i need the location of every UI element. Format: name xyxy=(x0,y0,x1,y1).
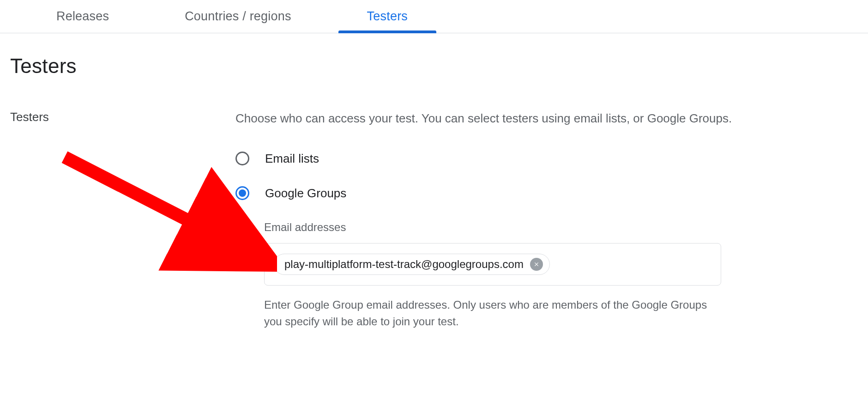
close-icon xyxy=(533,261,540,268)
chip-text: play-multiplatform-test-track@googlegrou… xyxy=(284,258,524,271)
radio-google-groups[interactable]: Google Groups xyxy=(235,186,850,201)
email-chip: play-multiplatform-test-track@googlegrou… xyxy=(274,254,550,275)
radio-icon xyxy=(235,186,249,200)
tab-testers[interactable]: Testers xyxy=(357,9,418,33)
email-addresses-label: Email addresses xyxy=(264,221,850,234)
chip-remove-button[interactable] xyxy=(530,258,543,271)
field-label: Testers xyxy=(0,110,235,124)
tabs: Releases Countries / regions Testers xyxy=(0,0,868,33)
field-description: Choose who can access your test. You can… xyxy=(235,110,850,128)
email-addresses-input[interactable]: play-multiplatform-test-track@googlegrou… xyxy=(264,243,721,286)
tab-releases[interactable]: Releases xyxy=(46,9,119,33)
tab-countries-regions[interactable]: Countries / regions xyxy=(175,9,301,33)
radio-label: Google Groups xyxy=(265,186,346,201)
radio-email-lists[interactable]: Email lists xyxy=(235,152,850,166)
email-addresses-helper: Enter Google Group email addresses. Only… xyxy=(264,297,721,330)
radio-label: Email lists xyxy=(265,152,319,166)
page-title: Testers xyxy=(10,55,868,78)
radio-icon xyxy=(235,152,249,165)
testers-section: Testers Choose who can access your test.… xyxy=(0,110,868,330)
field-body: Choose who can access your test. You can… xyxy=(235,110,868,330)
